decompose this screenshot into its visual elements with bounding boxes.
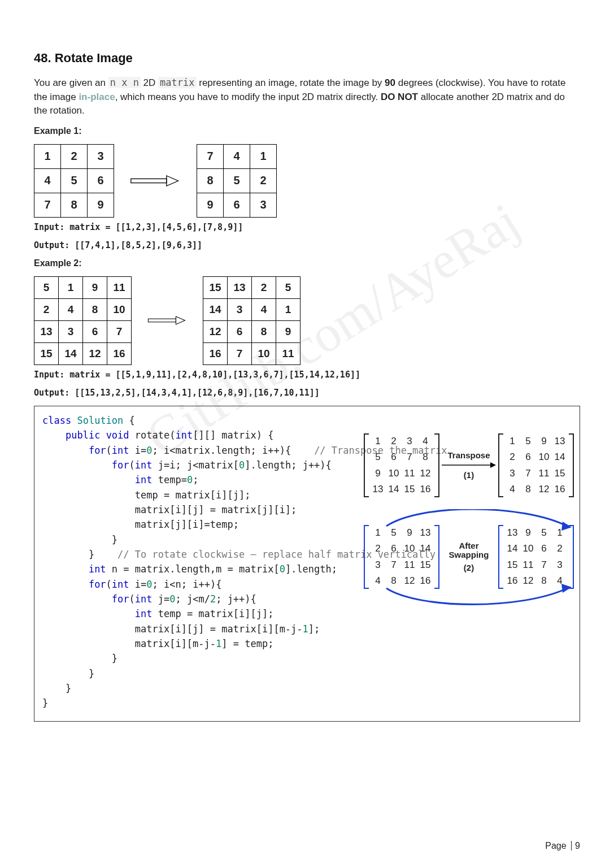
page-number: Page 9 bbox=[545, 841, 580, 851]
inline-code-matrix: matrix bbox=[158, 77, 196, 88]
text-bold: 90 bbox=[385, 77, 395, 88]
example1-input: Input: matrix = [[1,2,3],[4,5,6],[7,8,9]… bbox=[34, 222, 580, 232]
swap-diagram: 15913 261014 371115 481216 After Swappin… bbox=[364, 525, 574, 589]
solution-code-box: class Solution { public void rotate(int[… bbox=[34, 406, 580, 722]
example1-figure: 123 456 789 741 852 963 bbox=[34, 144, 580, 218]
matrix-after-swap: 13951 141062 151173 161284 bbox=[498, 525, 574, 589]
transpose-label: Transpose (1) bbox=[445, 451, 493, 480]
example2-input: Input: matrix = [[5,1,9,11],[2,4,8,10],[… bbox=[34, 370, 580, 380]
text: representing an image, rotate the image … bbox=[197, 77, 385, 88]
text: degrees (clockwise). bbox=[395, 77, 486, 88]
swap-label: After Swapping (2) bbox=[445, 541, 493, 573]
arrow-icon bbox=[130, 174, 181, 188]
example2-matrix-before: 51911 24810 13367 15141216 bbox=[34, 276, 132, 365]
example2-output: Output: [[15,13,2,5],[14,3,4,1],[12,6,8,… bbox=[34, 388, 580, 398]
document-page: GitHub.com/AyeRaj 48. Rotate Image You a… bbox=[0, 0, 614, 868]
problem-description: You are given an n x n 2D matrix represe… bbox=[34, 76, 580, 118]
example2-figure: 51911 24810 13367 15141216 151325 14341 … bbox=[34, 276, 580, 365]
inline-code-nxn: n x n bbox=[108, 77, 141, 88]
text: You are given an bbox=[34, 77, 108, 88]
example1-matrix-before: 123 456 789 bbox=[34, 144, 114, 218]
example1-matrix-after: 741 852 963 bbox=[197, 144, 277, 218]
text-bold-inplace: in-place bbox=[79, 92, 115, 102]
transpose-diagram: 1234 5678 9101112 13141516 Transpose (1) bbox=[364, 433, 574, 497]
text: 2D bbox=[141, 77, 158, 88]
matrix-before-transpose: 1234 5678 9101112 13141516 bbox=[364, 433, 439, 497]
example2-label: Example 2: bbox=[34, 258, 580, 268]
svg-rect-0 bbox=[131, 179, 167, 183]
matrix-after-transpose: 15913 261014 371115 481216 bbox=[498, 433, 574, 497]
text-bold: DO NOT bbox=[381, 92, 418, 102]
example1-label: Example 1: bbox=[34, 126, 580, 136]
text: , which means you have to modify the inp… bbox=[115, 92, 381, 102]
svg-rect-1 bbox=[148, 319, 176, 323]
example2-matrix-after: 151325 14341 12689 1671011 bbox=[203, 276, 301, 365]
example1-output: Output: [[7,4,1],[8,5,2],[9,6,3]] bbox=[34, 240, 580, 250]
arrow-icon bbox=[147, 314, 187, 327]
matrix-before-swap: 15913 261014 371115 481216 bbox=[364, 525, 439, 589]
problem-title: 48. Rotate Image bbox=[34, 51, 580, 66]
